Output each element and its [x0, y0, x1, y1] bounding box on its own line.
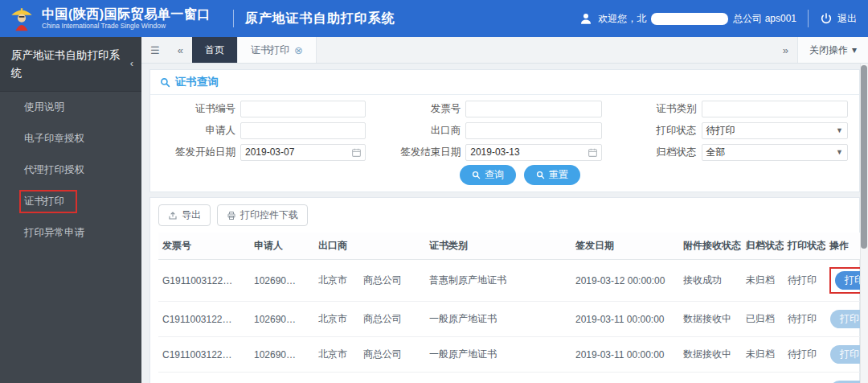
- col-exporter: 出口商: [314, 233, 425, 260]
- search-icon: [536, 171, 545, 179]
- cell-cert-type: 各国烟草真实性证书: [425, 373, 571, 383]
- sidebar-item-print-exception-request[interactable]: 打印异常申请: [0, 217, 141, 249]
- archive-status-label: 归档状态: [616, 146, 697, 159]
- table-row: C1911003122… 102690… 北京市商总公司 一般原产地证书 201…: [158, 302, 868, 337]
- caret-down-icon: ▾: [852, 44, 857, 56]
- archive-status-select[interactable]: 全部 ▼: [702, 144, 848, 161]
- reset-button[interactable]: 重置: [524, 165, 580, 185]
- calendar-icon[interactable]: [588, 147, 598, 158]
- query-panel-header: 证书查询: [150, 70, 859, 95]
- cell-issue-date: 2019-03-11 00:00:00: [571, 337, 679, 373]
- cell-attach-status: 接收成功: [679, 260, 742, 302]
- issue-end-date-input[interactable]: 2019-03-13: [465, 144, 601, 161]
- exporter-label: 出口商: [380, 124, 461, 138]
- exporter-input[interactable]: [465, 122, 601, 139]
- issue-end-label: 签发结束日期: [380, 146, 461, 159]
- power-icon: [820, 12, 833, 25]
- table-header-row: 发票号 申请人 出口商 证书类别 签发日期 附件接收状态 归档状态 打印状态 操…: [158, 233, 868, 260]
- export-button[interactable]: 导出: [158, 204, 211, 226]
- tab-home[interactable]: 首页: [192, 37, 237, 63]
- header-divider: [808, 10, 809, 27]
- close-operations-dropdown[interactable]: 关闭操作 ▾: [797, 37, 868, 63]
- cell-applicant: 102690…: [250, 260, 314, 302]
- field-invoice-no: 发票号: [380, 99, 601, 118]
- cell-archive-status: 未归档: [742, 337, 784, 373]
- cell-exporter: 北京市商总公司: [314, 302, 425, 337]
- cell-archive-status: 未归档: [742, 260, 784, 302]
- tab-bar: ☰ « 首页 证书打印 ⊗ » 关闭操作 ▾: [141, 37, 868, 64]
- cert-no-label: 证书编号: [155, 102, 235, 116]
- select-caret-icon: ▼: [836, 148, 843, 156]
- logout-label: 退出: [837, 12, 857, 26]
- applicant-label: 申请人: [155, 124, 235, 138]
- sidebar-item-eseal-authorization[interactable]: 电子印章授权: [0, 123, 141, 154]
- cert-no-input[interactable]: [240, 101, 366, 117]
- sidebar-item-usage-instructions[interactable]: 使用说明: [0, 92, 141, 123]
- brand-block: 中国(陕西)国际贸易单一窗口 China International Trade…: [42, 7, 211, 31]
- issue-start-value: 2019-03-07: [245, 146, 294, 158]
- menu-toggle-icon[interactable]: ☰: [141, 37, 169, 63]
- query-actions: 查询 重置: [150, 162, 859, 192]
- invoice-no-input[interactable]: [465, 101, 601, 117]
- certificate-query-panel: 证书查询 证书编号 发票号 证书类别 申请人 出口商: [149, 69, 860, 192]
- certificate-table: 发票号 申请人 出口商 证书类别 签发日期 附件接收状态 归档状态 打印状态 操…: [158, 233, 868, 383]
- applicant-input[interactable]: [240, 122, 366, 139]
- user-welcome: 欢迎您，北总公司 aps001: [579, 11, 796, 26]
- tab-close-icon[interactable]: ⊗: [294, 44, 303, 56]
- cell-applicant: 102690…: [250, 337, 314, 373]
- field-applicant: 申请人: [155, 121, 366, 140]
- cell-print-status: 待打印: [784, 260, 825, 302]
- tabs-scroll-left-icon[interactable]: «: [169, 37, 192, 63]
- query-form: 证书编号 发票号 证书类别 申请人 出口商 打印状态: [150, 95, 859, 162]
- logout-button[interactable]: 退出: [820, 12, 857, 26]
- print-control-download-button[interactable]: 打印控件下载: [217, 204, 308, 226]
- col-applicant: 申请人: [250, 233, 314, 260]
- issue-end-value: 2019-03-13: [470, 146, 519, 158]
- cell-invoice-no: G1911003122…: [158, 260, 250, 302]
- brand-title: 中国(陕西)国际贸易单一窗口: [42, 7, 211, 22]
- welcome-text-suffix: 总公司 aps001: [733, 12, 796, 26]
- table-toolbar: 导出 打印控件下载: [158, 204, 851, 226]
- cert-type-input[interactable]: [702, 101, 848, 117]
- print-status-select[interactable]: 待打印 ▼: [702, 122, 848, 139]
- issue-start-date-input[interactable]: 2019-03-07: [240, 144, 366, 161]
- search-icon: [160, 77, 170, 88]
- sidebar-header[interactable]: 原产地证书自助打印系统 ‹: [0, 37, 141, 92]
- tabs-scroll-right-icon[interactable]: »: [774, 37, 797, 63]
- cell-exporter: 北京市商总公司: [314, 260, 425, 302]
- vertical-scrollbar[interactable]: [860, 64, 868, 383]
- tab-certificate-print[interactable]: 证书打印 ⊗: [237, 37, 317, 63]
- scrollbar-thumb[interactable]: [861, 65, 867, 249]
- cell-invoice-no: T1911003122…: [158, 373, 250, 383]
- close-operations-label: 关闭操作: [809, 43, 848, 57]
- cell-cert-type: 普惠制原产地证书: [425, 260, 571, 302]
- field-issue-end-date: 签发结束日期 2019-03-13: [380, 142, 601, 162]
- col-print-status: 打印状态: [784, 233, 825, 260]
- search-button[interactable]: 查询: [460, 165, 516, 185]
- field-cert-no: 证书编号: [155, 99, 366, 118]
- redaction-blob: [651, 13, 728, 25]
- sidebar-item-certificate-print[interactable]: 证书打印: [0, 186, 141, 217]
- field-print-status: 打印状态 待打印 ▼: [616, 121, 848, 140]
- col-cert-type: 证书类别: [425, 233, 571, 260]
- cell-invoice-no: C1911003122…: [158, 302, 250, 337]
- cell-issue-date: 2019-03-12 00:00:00: [571, 260, 679, 302]
- cell-attach-status: 数据接收中: [679, 337, 742, 373]
- field-issue-start-date: 签发开始日期 2019-03-07: [155, 142, 366, 162]
- print-status-value: 待打印: [706, 124, 735, 138]
- calendar-icon[interactable]: [351, 147, 362, 158]
- sidebar-collapse-icon[interactable]: ‹: [127, 56, 133, 72]
- welcome-text-prefix: 欢迎您，北: [598, 12, 646, 26]
- export-icon: [168, 211, 178, 220]
- field-cert-type: 证书类别: [616, 99, 848, 118]
- printer-icon: [227, 211, 236, 220]
- cell-attach-status: 接收成功: [679, 373, 742, 383]
- tab-label: 证书打印: [251, 43, 289, 57]
- search-icon: [472, 171, 481, 179]
- table-row: C1911003122… 102690… 北京市商总公司 一般原产地证书 201…: [158, 337, 868, 373]
- cell-attach-status: 数据接收中: [679, 302, 742, 337]
- cell-print-status: 待打印: [784, 373, 825, 383]
- brand-subtitle: China International Trade Single Window: [42, 23, 211, 30]
- sidebar-item-proxy-print-authorization[interactable]: 代理打印授权: [0, 154, 141, 186]
- col-issue-date: 签发日期: [571, 233, 679, 260]
